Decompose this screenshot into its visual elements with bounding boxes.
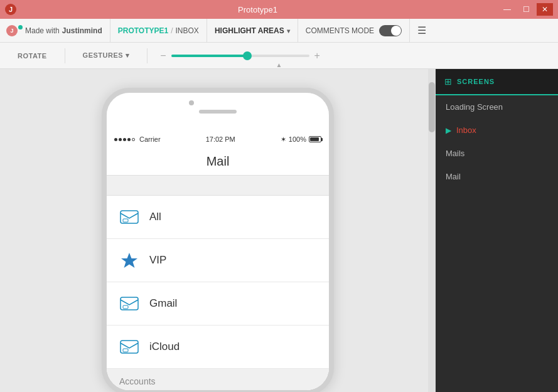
- svg-rect-1: [123, 219, 128, 222]
- battery-percent: 100%: [289, 135, 306, 143]
- sidebar-header: ⊞ SCREENS: [436, 69, 558, 95]
- slider-track[interactable]: [171, 55, 309, 57]
- brand-dot: [18, 25, 23, 29]
- comments-mode-section: COMMENTS MODE: [298, 19, 410, 42]
- sidebar-item-mails[interactable]: Mails: [436, 142, 558, 165]
- zoom-out-button[interactable]: −: [160, 50, 166, 61]
- main-layout: Carrier 17:02 PM ✶ 100%: [0, 69, 558, 392]
- gestures-chevron-icon: ▾: [126, 51, 130, 59]
- brand-section: J Made with Justinmind: [6, 19, 110, 42]
- all-inbox-icon: [119, 207, 139, 227]
- prototype-label: PROTOTYPE1: [118, 26, 168, 35]
- carrier-label: Carrier: [139, 135, 161, 143]
- zoom-in-button[interactable]: +: [314, 50, 320, 61]
- brand-logo: J: [6, 25, 18, 36]
- icloud-label: iCloud: [149, 341, 180, 353]
- screen-label: INBOX: [176, 26, 199, 35]
- battery-icon: [309, 136, 321, 142]
- zoom-slider: − +: [160, 50, 545, 61]
- svg-marker-2: [121, 253, 137, 268]
- mail-list-item-gmail[interactable]: Gmail: [107, 282, 329, 326]
- toolbar-divider-1: [65, 48, 65, 63]
- comments-mode-label: COMMENTS MODE: [306, 26, 374, 35]
- sidebar-item-mail[interactable]: Mail: [436, 165, 558, 188]
- status-left: Carrier: [114, 135, 161, 143]
- canvas-scrollbar-thumb[interactable]: [429, 82, 435, 132]
- status-right: ✶ 100%: [281, 135, 321, 144]
- window-controls: — ☐ ✕: [499, 3, 553, 16]
- svg-rect-6: [123, 349, 128, 352]
- gestures-label: GESTURES: [83, 51, 124, 59]
- inbox-label: Inbox: [456, 125, 476, 135]
- icloud-inbox-icon: [119, 337, 139, 357]
- status-bar: Carrier 17:02 PM ✶ 100%: [107, 130, 329, 148]
- sidebar-item-inbox[interactable]: ▶ Inbox: [436, 119, 558, 142]
- canvas-area: Carrier 17:02 PM ✶ 100%: [0, 69, 436, 392]
- toolbar-divider-2: [147, 48, 148, 63]
- battery-fill: [310, 137, 319, 141]
- nav-separator: /: [171, 26, 173, 35]
- svg-rect-4: [123, 305, 128, 309]
- dot-3: [123, 138, 126, 141]
- made-with-label: Made with: [25, 26, 60, 35]
- phone-screen: Carrier 17:02 PM ✶ 100%: [107, 130, 329, 390]
- dot-4: [127, 138, 131, 141]
- status-time: 17:02 PM: [206, 135, 235, 143]
- hamburger-menu[interactable]: ☰: [410, 19, 434, 42]
- loading-screen-label: Loading Screen: [446, 102, 503, 112]
- phone-camera: [189, 100, 194, 105]
- mail-list-item-icloud[interactable]: iCloud: [107, 326, 329, 369]
- signal-dots: [114, 138, 135, 141]
- screens-icon: ⊞: [444, 77, 452, 87]
- vip-star-icon: [119, 250, 139, 270]
- rotate-button[interactable]: ROTATE: [13, 52, 52, 60]
- highlight-areas-menu[interactable]: HIGHLIGHT AREAS ▾: [207, 19, 298, 42]
- sidebar: ⊞ SCREENS Loading Screen ▶ Inbox Mails M…: [436, 69, 558, 392]
- window-title: Prototype1: [238, 5, 277, 14]
- minimize-button[interactable]: —: [499, 3, 515, 16]
- mail-list-item-all[interactable]: All: [107, 196, 329, 239]
- canvas-scrollbar[interactable]: [428, 69, 436, 392]
- phone-top-bezel: [107, 93, 329, 130]
- title-bar-left: J: [5, 4, 16, 15]
- gestures-button[interactable]: GESTURES ▾: [78, 51, 135, 60]
- bluetooth-icon: ✶: [281, 135, 286, 144]
- phone-container: Carrier 17:02 PM ✶ 100%: [102, 88, 334, 392]
- dot-5: [132, 138, 135, 141]
- comments-toggle[interactable]: [379, 25, 402, 36]
- nav-breadcrumb: PROTOTYPE1 / INBOX: [110, 19, 207, 42]
- brand-name: Justinmind: [62, 26, 102, 35]
- app-icon: J: [5, 4, 16, 15]
- phone-speaker: [199, 110, 237, 114]
- menu-bar: J Made with Justinmind PROTOTYPE1 / INBO…: [0, 19, 558, 43]
- active-chevron-icon: ▶: [446, 126, 451, 135]
- screens-title: SCREENS: [457, 78, 495, 85]
- mail-section-header: [107, 176, 329, 196]
- mails-label: Mails: [446, 149, 464, 158]
- menu-arrow-down: ▲: [0, 61, 558, 68]
- highlight-chevron-icon: ▾: [287, 28, 290, 34]
- slider-fill: [171, 55, 247, 57]
- maximize-button[interactable]: ☐: [518, 3, 534, 16]
- dot-1: [114, 138, 117, 141]
- dot-2: [119, 138, 122, 141]
- slider-thumb[interactable]: [243, 51, 252, 60]
- vip-label: VIP: [149, 254, 166, 267]
- title-bar: J Prototype1 — ☐ ✕: [0, 0, 558, 19]
- accounts-section-header: Accounts: [107, 369, 329, 390]
- close-button[interactable]: ✕: [537, 3, 553, 16]
- phone-device: Carrier 17:02 PM ✶ 100%: [102, 88, 334, 392]
- mail-label: Mail: [446, 172, 461, 181]
- gmail-inbox-icon: [119, 294, 139, 314]
- all-label: All: [149, 211, 161, 223]
- mail-list-item-vip[interactable]: VIP: [107, 239, 329, 282]
- battery-tip: [321, 138, 323, 141]
- gmail-label: Gmail: [149, 297, 177, 310]
- sidebar-item-loading-screen[interactable]: Loading Screen: [436, 95, 558, 119]
- toggle-knob: [391, 26, 401, 36]
- highlight-areas-label: HIGHLIGHT AREAS: [215, 26, 284, 35]
- mail-screen-title: Mail: [107, 148, 329, 176]
